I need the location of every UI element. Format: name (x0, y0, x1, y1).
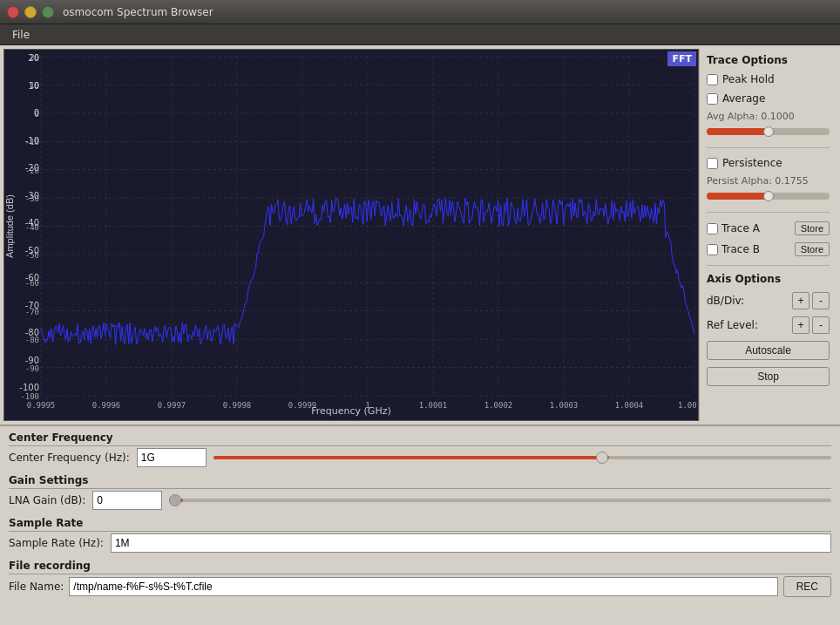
db-div-minus-button[interactable]: - (812, 292, 830, 309)
persistence-row: Persistence (707, 157, 830, 169)
center-frequency-thumb[interactable] (596, 452, 608, 464)
right-panel: Trace Options Peak Hold Average Avg Alph… (699, 49, 837, 421)
trace-b-row: Trace B Store (707, 242, 830, 256)
chart-area: FFT 20 10 0 -10 -20 -30 -40 -50 -60 -70 … (3, 49, 699, 421)
average-checkbox[interactable] (707, 93, 718, 105)
gain-settings-group: Gain Settings LNA Gain (dB): (9, 474, 831, 512)
trace-options-title: Trace Options (707, 54, 830, 66)
ref-level-row: Ref Level: + - (707, 316, 830, 334)
avg-alpha-slider[interactable] (707, 128, 830, 135)
avg-alpha-label: Avg Alpha: 0.1000 (707, 111, 830, 122)
trace-b-label: Trace B (721, 243, 791, 255)
file-recording-row: File Name: REC (9, 576, 831, 597)
bottom-section: Center Frequency Center Frequency (Hz): … (0, 425, 840, 625)
persist-alpha-thumb[interactable] (763, 191, 774, 201)
fft-badge: FFT (667, 51, 696, 66)
sample-rate-row: Sample Rate (Hz): (9, 533, 831, 553)
avg-alpha-thumb[interactable] (763, 126, 774, 137)
gain-settings-label: LNA Gain (dB): (9, 494, 85, 506)
peak-hold-checkbox[interactable] (707, 74, 718, 85)
minimize-button[interactable] (24, 6, 37, 18)
main-area: FFT 20 10 0 -10 -20 -30 -40 -50 -60 -70 … (0, 45, 840, 625)
close-button[interactable] (7, 6, 19, 18)
file-recording-group: File recording File Name: REC (9, 560, 831, 597)
gain-settings-title: Gain Settings (9, 474, 831, 489)
gain-thumb[interactable] (169, 494, 181, 506)
trace-a-checkbox[interactable] (707, 223, 718, 234)
stop-button[interactable]: Stop (707, 367, 830, 386)
maximize-button[interactable] (42, 6, 54, 18)
menu-file[interactable]: File (5, 27, 37, 43)
db-div-row: dB/Div: + - (707, 292, 830, 309)
center-frequency-slider[interactable] (213, 456, 831, 459)
file-name-input[interactable] (69, 577, 777, 596)
persistence-label: Persistence (722, 157, 782, 169)
persist-alpha-slider[interactable] (707, 193, 830, 200)
window-title: osmocom Spectrum Browser (63, 6, 213, 18)
center-frequency-group: Center Frequency Center Frequency (Hz): (9, 431, 831, 469)
top-section: FFT 20 10 0 -10 -20 -30 -40 -50 -60 -70 … (0, 45, 840, 425)
db-div-label: dB/Div: (707, 295, 789, 307)
peak-hold-label: Peak Hold (722, 73, 775, 85)
axis-options-title: Axis Options (707, 273, 830, 285)
persistence-checkbox[interactable] (707, 158, 718, 169)
average-label: Average (722, 92, 765, 105)
sample-rate-group: Sample Rate Sample Rate (Hz): (9, 517, 831, 554)
trace-a-row: Trace A Store (707, 221, 830, 235)
sample-rate-title: Sample Rate (9, 517, 831, 532)
ref-level-label: Ref Level: (707, 319, 789, 331)
sample-rate-input[interactable] (111, 533, 831, 553)
trace-a-label: Trace A (721, 222, 791, 234)
trace-b-checkbox[interactable] (707, 244, 718, 255)
autoscale-button[interactable]: Autoscale (707, 341, 830, 360)
peak-hold-row: Peak Hold (707, 73, 830, 85)
spectrum-canvas (4, 50, 698, 420)
ref-level-minus-button[interactable]: - (812, 316, 830, 334)
titlebar: osmocom Spectrum Browser (0, 0, 840, 24)
persist-alpha-fill (707, 193, 769, 200)
sample-rate-label: Sample Rate (Hz): (9, 537, 104, 549)
persist-alpha-label: Persist Alpha: 0.1755 (707, 175, 830, 187)
file-recording-title: File recording (9, 560, 831, 574)
db-div-plus-button[interactable]: + (792, 292, 810, 309)
gain-settings-input[interactable] (92, 491, 162, 510)
file-name-label: File Name: (9, 581, 64, 593)
menubar: File (0, 24, 840, 45)
center-frequency-row: Center Frequency (Hz): (9, 448, 831, 467)
trace-a-store-button[interactable]: Store (795, 221, 830, 235)
gain-slider[interactable] (169, 499, 831, 502)
ref-level-plus-button[interactable]: + (792, 316, 810, 334)
rec-button[interactable]: REC (783, 576, 831, 597)
center-frequency-label: Center Frequency (Hz): (9, 452, 130, 464)
divider-1 (707, 147, 830, 148)
average-row: Average (707, 92, 830, 105)
divider-2 (707, 212, 830, 213)
center-frequency-fill (213, 456, 609, 459)
avg-alpha-fill (707, 128, 769, 135)
center-frequency-title: Center Frequency (9, 431, 831, 446)
divider-3 (707, 265, 830, 266)
center-frequency-input[interactable] (137, 448, 207, 467)
trace-b-store-button[interactable]: Store (795, 242, 830, 256)
gain-settings-row: LNA Gain (dB): (9, 491, 831, 510)
